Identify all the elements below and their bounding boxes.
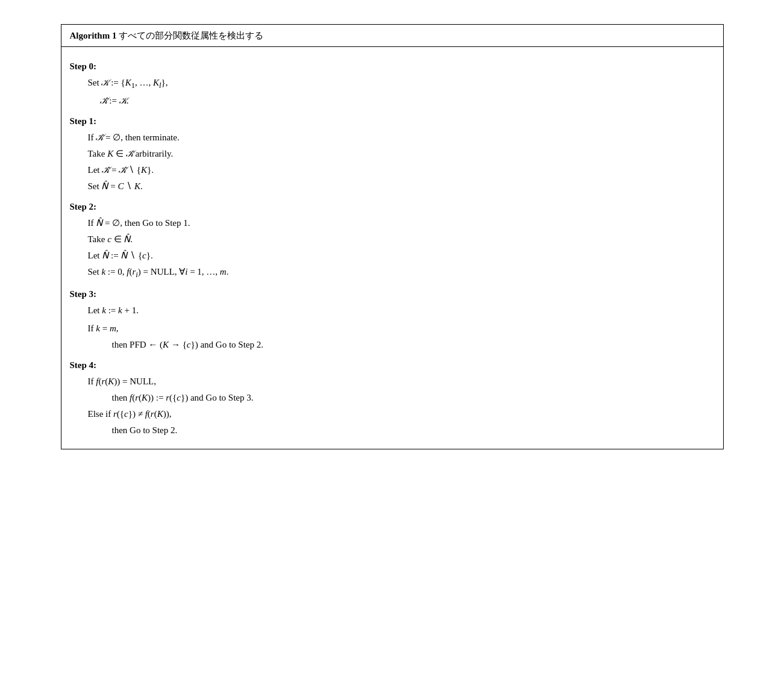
step-4-line-2: then f(r(K)) := r({c}) and Go to Step 3. — [88, 390, 715, 405]
step-1-label: Step 1: — [70, 114, 715, 128]
step-2-line-4: Set k := 0, f(ri) = NULL, ∀i = 1, …, m. — [88, 264, 715, 281]
step-2-line-3: Let N̂ := N̂ ∖ {c}. — [88, 248, 715, 263]
step-0-line-2: 𝒦̂ := 𝒦. — [88, 93, 715, 108]
step-1-line-4: Set N̂ = C ∖ K. — [88, 179, 715, 193]
step-1-line-2: Take K ∈ 𝒦̂ arbitrarily. — [88, 146, 715, 161]
step-3-line-3: then PFD ← (K → {c}) and Go to Step 2. — [88, 337, 715, 352]
algorithm-subtitle: すべての部分関数従属性を検出する — [119, 31, 263, 40]
step-2-line-1: If N̂ = ∅, then Go to Step 1. — [88, 216, 715, 230]
step-0-label: Step 0: — [70, 59, 715, 73]
step-2-content: If N̂ = ∅, then Go to Step 1. Take c ∈ N… — [70, 216, 715, 281]
algorithm-container: Algorithm 1 すべての部分関数従属性を検出する Step 0: Set… — [61, 24, 724, 449]
step-4-line-4: then Go to Step 2. — [88, 423, 715, 437]
step-1-content: If 𝒦̂ = ∅, then terminate. Take K ∈ 𝒦̂ a… — [70, 130, 715, 193]
algorithm-title: Algorithm 1 — [70, 31, 117, 40]
step-4-label: Step 4: — [70, 358, 715, 372]
step-3-line-2: If k = m, — [88, 321, 715, 336]
step-1-line-3: Let 𝒦̂ = 𝒦̂ ∖ {K}. — [88, 163, 715, 177]
step-4-line-3: Else if r({c}) ≠ f(r(K)), — [88, 407, 715, 421]
step-4-content: If f(r(K)) = NULL, then f(r(K)) := r({c}… — [70, 374, 715, 437]
step-2-label: Step 2: — [70, 199, 715, 214]
step-3-line-1: Let k := k + 1. — [88, 303, 715, 317]
step-2-line-2: Take c ∈ N̂. — [88, 232, 715, 246]
step-3-label: Step 3: — [70, 287, 715, 301]
algorithm-header: Algorithm 1 すべての部分関数従属性を検出する — [61, 25, 723, 47]
algorithm-body: Step 0: Set 𝒦 := {K1, …, Kl}, 𝒦̂ := 𝒦. S… — [61, 47, 723, 449]
step-4-line-1: If f(r(K)) = NULL, — [88, 374, 715, 389]
step-1-line-1: If 𝒦̂ = ∅, then terminate. — [88, 130, 715, 145]
step-0-content: Set 𝒦 := {K1, …, Kl}, 𝒦̂ := 𝒦. — [70, 75, 715, 108]
step-3-content: Let k := k + 1. If k = m, then PFD ← (K … — [70, 303, 715, 352]
step-0-line-1: Set 𝒦 := {K1, …, Kl}, — [88, 75, 715, 92]
